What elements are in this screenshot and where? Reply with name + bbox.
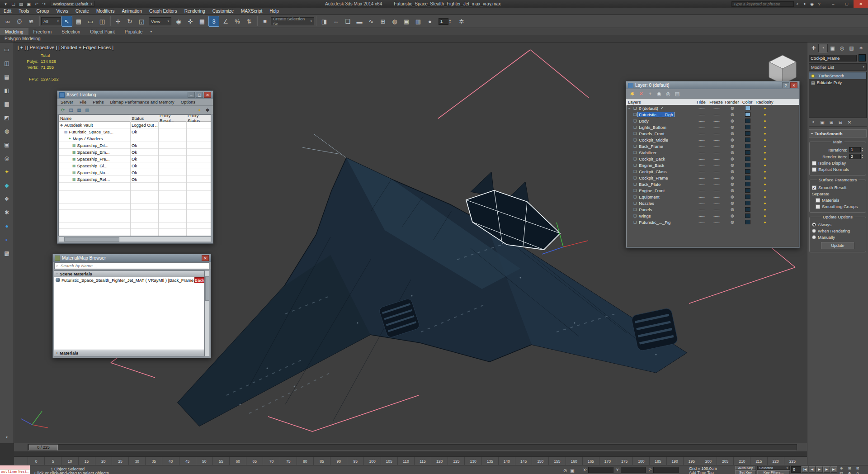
transport-button[interactable]: |◀ xyxy=(802,466,808,473)
jet-model[interactable] xyxy=(178,134,687,426)
layer-name[interactable]: Body xyxy=(638,118,650,123)
render-toggle-icon[interactable]: ◍ xyxy=(724,194,741,199)
menu-item[interactable]: Tools xyxy=(15,8,33,15)
materials-section-footer[interactable]: + Materials xyxy=(54,350,204,356)
quick-access-icon[interactable]: ▢ xyxy=(9,0,17,8)
view-cube[interactable] xyxy=(769,55,796,84)
toolbar-icon[interactable]: ◉ xyxy=(173,16,184,27)
y-coordinate-field[interactable] xyxy=(621,467,646,473)
command-panel-tab[interactable]: ▣ xyxy=(828,44,837,52)
asset-row[interactable]: ▦ Spaceship_Fre... Ok xyxy=(59,156,211,162)
asset-horizontal-scrollbar[interactable] xyxy=(58,237,211,242)
radiosity-icon[interactable]: ● xyxy=(755,106,775,110)
asset-table-header[interactable]: Name Status Proxy Resol... Proxy Status xyxy=(59,115,211,122)
ribbon-tab[interactable]: Object Paint xyxy=(85,28,119,35)
hide-toggle[interactable]: ----- xyxy=(694,106,709,110)
toolbar-icon[interactable]: ▣ xyxy=(401,16,412,27)
radiosity-icon[interactable]: ● xyxy=(755,208,775,212)
stack-toolbar-icon[interactable]: ⊟ xyxy=(836,118,845,126)
layer-name[interactable]: Stabilizer xyxy=(638,150,657,155)
track-bar-ruler[interactable]: 0510152025303540455055606570758085909510… xyxy=(14,457,807,465)
close-button[interactable]: ✕ xyxy=(202,255,209,261)
render-toggle-icon[interactable]: ◍ xyxy=(724,201,741,205)
layer-color-swatch[interactable] xyxy=(745,201,750,205)
freeze-toggle[interactable]: ----- xyxy=(709,144,724,148)
layer-color-swatch[interactable] xyxy=(745,194,750,199)
layer-row[interactable]: ❏ Equipment ----- ----- ◍ ● xyxy=(627,194,799,200)
hide-toggle[interactable]: ----- xyxy=(694,144,709,148)
current-frame-field[interactable] xyxy=(791,466,801,473)
radiosity-icon[interactable]: ● xyxy=(755,151,775,155)
hide-toggle[interactable]: ----- xyxy=(694,220,709,224)
toolbar-icon[interactable]: ⇅ xyxy=(244,16,255,27)
render-toggle-icon[interactable]: ◍ xyxy=(724,112,741,117)
menu-item[interactable]: Create xyxy=(72,8,93,15)
hide-toggle[interactable]: ----- xyxy=(694,189,709,193)
viewport-nav-icon[interactable]: ⊕ xyxy=(837,466,845,471)
layer-row[interactable]: ❏ Lights_Bottom ----- ----- ◍ ● xyxy=(627,124,799,130)
layer-name[interactable]: 0 (default) xyxy=(638,106,659,111)
layer-name[interactable]: Engine_Back xyxy=(638,163,665,168)
modifier-stack-row[interactable]: ▤ Editable Poly xyxy=(809,79,866,86)
asset-row[interactable]: ▦ Spaceship_Ref... Ok xyxy=(59,176,211,183)
asset-toolbar-icon[interactable]: ✱ xyxy=(203,106,212,114)
layer-color-swatch[interactable] xyxy=(745,188,750,193)
freeze-toggle[interactable]: ----- xyxy=(709,132,724,136)
layer-name[interactable]: Engine_Front xyxy=(638,188,665,193)
listener-macro-line[interactable] xyxy=(0,465,30,469)
ribbon-tab[interactable]: Freeform xyxy=(28,28,57,35)
toolbar-icon[interactable]: ▥ xyxy=(413,16,424,27)
toolbar-icon[interactable]: ● xyxy=(425,16,435,27)
material-list-item[interactable]: Futuristic_Space_Stealth_Fighter_Jet_MAT… xyxy=(54,277,204,283)
layer-color-swatch[interactable] xyxy=(745,144,750,148)
layer-color-swatch[interactable] xyxy=(745,182,750,186)
hide-toggle[interactable]: ----- xyxy=(694,138,709,142)
radiosity-icon[interactable]: ● xyxy=(755,138,775,142)
key-mode-dropdown[interactable]: Selected xyxy=(757,466,790,470)
command-panel-tab[interactable]: ◎ xyxy=(837,44,847,52)
reference-coordinate-dropdown[interactable]: View xyxy=(149,17,171,25)
viewport-nav-icon[interactable]: ⊞ xyxy=(845,466,854,471)
layer-toolbar-icon[interactable]: ✕ xyxy=(637,90,646,98)
scene-materials-section[interactable]: − Scene Materials xyxy=(54,271,204,277)
radiosity-icon[interactable]: ● xyxy=(755,220,775,224)
asset-toolbar-icon[interactable]: ▤ xyxy=(67,106,75,114)
toolbar-icon[interactable]: ▭ xyxy=(85,16,96,27)
hide-toggle[interactable]: ----- xyxy=(694,113,709,117)
menu-item[interactable]: Views xyxy=(52,8,72,15)
collapse-icon[interactable]: − xyxy=(54,271,60,276)
asset-row[interactable]: ▦ Spaceship_Gl... Ok xyxy=(59,162,211,169)
render-toggle-icon[interactable]: ◍ xyxy=(724,213,741,218)
smooth-result-checkbox[interactable] xyxy=(812,185,816,190)
freeze-toggle[interactable]: ----- xyxy=(709,106,724,110)
toolbar-icon[interactable]: ⊞ xyxy=(377,16,388,27)
hide-toggle[interactable]: ----- xyxy=(694,125,709,129)
layer-color-swatch[interactable] xyxy=(745,163,750,167)
set-key-button[interactable]: Set Key xyxy=(735,470,756,474)
status-mini-icon[interactable]: ⊘ xyxy=(561,467,569,474)
layer-explorer-titlebar[interactable]: Layer: 0 (default) ? ✕ xyxy=(626,81,799,89)
z-coordinate-field[interactable] xyxy=(653,467,679,473)
freeze-toggle[interactable]: ----- xyxy=(709,208,724,212)
layer-name[interactable]: Cockpit_Glass xyxy=(638,169,667,174)
track-bar-keys[interactable] xyxy=(14,451,807,457)
left-toolbar-icon[interactable]: ◧ xyxy=(2,85,12,95)
toolbar-icon[interactable]: ◫ xyxy=(97,16,108,27)
stack-toolbar-icon[interactable]: ▣ xyxy=(818,118,827,126)
radiosity-icon[interactable]: ● xyxy=(755,144,775,148)
left-toolbar-icon[interactable]: ▤ xyxy=(2,72,12,82)
freeze-toggle[interactable]: ----- xyxy=(709,113,724,117)
asset-menu-item[interactable]: Bitmap Performance and Memory xyxy=(107,99,178,105)
object-name-field[interactable] xyxy=(809,55,857,62)
hide-toggle[interactable]: ----- xyxy=(694,176,709,180)
hide-toggle[interactable]: ----- xyxy=(694,132,709,136)
layer-toolbar-icon[interactable]: + xyxy=(646,90,655,98)
layer-color-swatch[interactable] xyxy=(745,169,750,174)
left-toolbar-icon[interactable]: ◩ xyxy=(2,113,12,123)
render-iters-field[interactable]: 2 xyxy=(849,154,861,159)
toolbar-icon[interactable]: ↻ xyxy=(124,16,135,27)
command-panel-tab[interactable]: ▥ xyxy=(847,44,856,52)
material-browser-titlebar[interactable]: Material/Map Browser ✕ xyxy=(53,254,211,262)
layer-color-swatch[interactable] xyxy=(745,118,750,123)
render-toggle-icon[interactable]: ◍ xyxy=(724,182,741,186)
